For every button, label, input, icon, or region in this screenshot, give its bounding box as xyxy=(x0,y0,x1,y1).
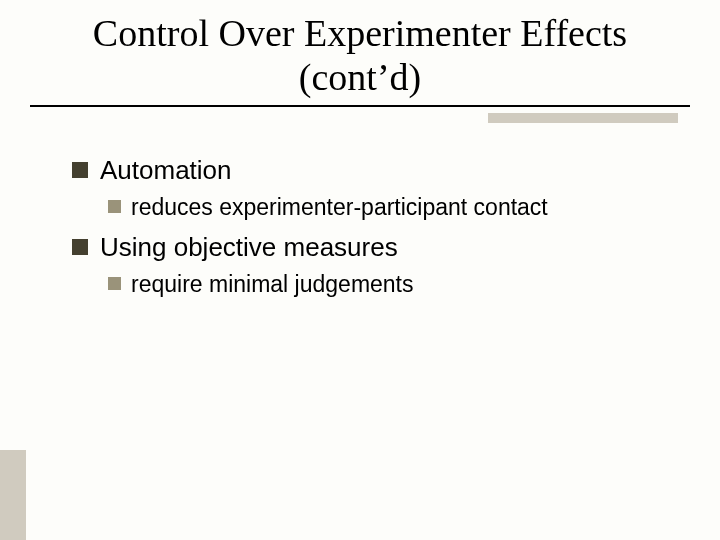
list-item-label: reduces experimenter-participant contact xyxy=(131,192,548,223)
square-bullet-icon xyxy=(108,200,121,213)
list-item: Using objective measures xyxy=(72,230,680,265)
slide-body: Automation reduces experimenter-particip… xyxy=(0,135,720,299)
corner-accent xyxy=(0,450,26,540)
list-item: require minimal judgements xyxy=(108,269,680,300)
list-item: reduces experimenter-participant contact xyxy=(108,192,680,223)
title-line-1: Control Over Experimenter Effects xyxy=(93,12,627,54)
rule-shadow-accent xyxy=(488,113,678,123)
slide-title: Control Over Experimenter Effects (cont’… xyxy=(0,0,720,105)
list-item-label: Using objective measures xyxy=(100,230,398,265)
slide: Control Over Experimenter Effects (cont’… xyxy=(0,0,720,540)
list-item-label: Automation xyxy=(100,153,232,188)
title-line-2: (cont’d) xyxy=(299,56,421,98)
square-bullet-icon xyxy=(72,239,88,255)
list-item-label: require minimal judgements xyxy=(131,269,414,300)
square-bullet-icon xyxy=(108,277,121,290)
list-item: Automation xyxy=(72,153,680,188)
title-underline xyxy=(0,105,720,135)
square-bullet-icon xyxy=(72,162,88,178)
horizontal-rule xyxy=(30,105,690,107)
